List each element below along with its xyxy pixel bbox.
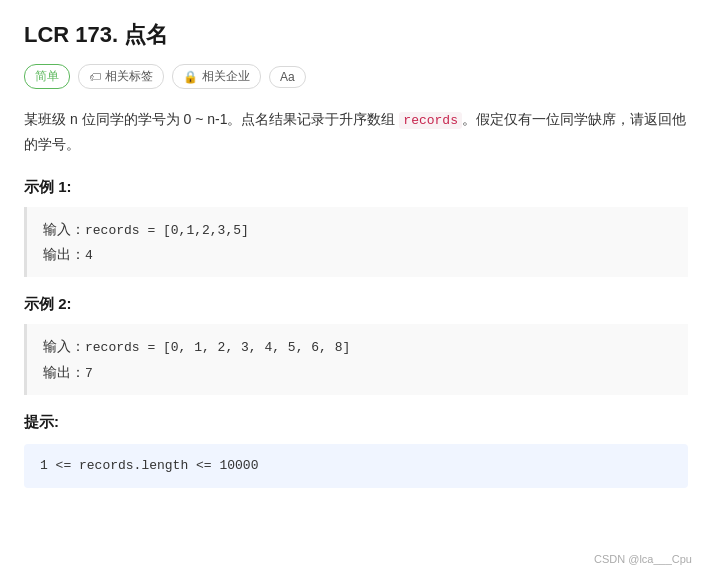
desc-part1: 某班级 n 位同学的学号为 0 ~ n-1。点名结果记录于升序数组	[24, 111, 399, 127]
example2-input-code: records = [0, 1, 2, 3, 4, 5, 6, 8]	[85, 340, 350, 355]
font-button[interactable]: Aa	[269, 66, 306, 88]
example2-input-label: 输入：	[43, 338, 85, 354]
tag1-label: 相关标签	[105, 68, 153, 85]
tag2-label: 相关企业	[202, 68, 250, 85]
title-prefix: LCR 173.	[24, 22, 124, 47]
tags-row: 简单 🏷 相关标签 🔒 相关企业 Aa	[24, 64, 688, 89]
desc-code-records: records	[399, 112, 462, 129]
example2-output: 输出：7	[43, 360, 672, 385]
example2-output-label: 输出：	[43, 364, 85, 380]
problem-description: 某班级 n 位同学的学号为 0 ~ n-1。点名结果记录于升序数组 record…	[24, 107, 688, 158]
watermark: CSDN @lca___Cpu	[594, 553, 692, 565]
page-title: LCR 173. 点名	[24, 20, 688, 50]
example2-output-value: 7	[85, 366, 93, 381]
example2-input: 输入：records = [0, 1, 2, 3, 4, 5, 6, 8]	[43, 334, 672, 359]
tag-icon: 🏷	[89, 70, 101, 84]
hint-code: 1 <= records.length <= 10000	[40, 458, 258, 473]
example1-output-value: 4	[85, 248, 93, 263]
related-tags-button[interactable]: 🏷 相关标签	[78, 64, 164, 89]
example1-output: 输出：4	[43, 242, 672, 267]
example1-title: 示例 1:	[24, 178, 688, 197]
example1-input-code: records = [0,1,2,3,5]	[85, 223, 249, 238]
difficulty-tag[interactable]: 简单	[24, 64, 70, 89]
hint-block: 1 <= records.length <= 10000	[24, 444, 688, 487]
example1-input: 输入：records = [0,1,2,3,5]	[43, 217, 672, 242]
example2-block: 输入：records = [0, 1, 2, 3, 4, 5, 6, 8] 输出…	[24, 324, 688, 395]
title-main: 点名	[124, 22, 168, 47]
related-company-button[interactable]: 🔒 相关企业	[172, 64, 261, 89]
tag3-label: Aa	[280, 70, 295, 84]
example1-output-label: 输出：	[43, 246, 85, 262]
lock-icon: 🔒	[183, 70, 198, 84]
example2-title: 示例 2:	[24, 295, 688, 314]
example1-block: 输入：records = [0,1,2,3,5] 输出：4	[24, 207, 688, 278]
hint-title: 提示:	[24, 413, 688, 432]
example1-input-label: 输入：	[43, 221, 85, 237]
